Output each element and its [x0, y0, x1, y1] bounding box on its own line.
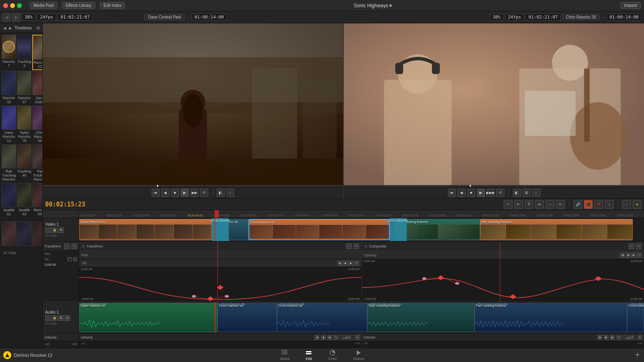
left-next-frame-button[interactable]: ▶▶: [190, 189, 199, 197]
transform-close-button[interactable]: ×: [71, 243, 77, 249]
right-prev-frame-button[interactable]: ◀: [458, 189, 466, 197]
right-loop-button[interactable]: ↺: [496, 189, 504, 197]
vol-prev-kf-left[interactable]: ◀: [314, 335, 319, 340]
v1-lock-button[interactable]: 🔒: [52, 227, 57, 233]
left-viewer-scrubber[interactable]: [43, 185, 343, 187]
right-mark-in-button[interactable]: ◧: [513, 189, 521, 197]
nav-item-color[interactable]: Color: [325, 349, 340, 362]
list-item[interactable]: Rancho 37: [17, 71, 31, 105]
kf-close-button-right[interactable]: ×: [636, 243, 642, 249]
tilt-curve-button[interactable]: 〜: [354, 261, 359, 266]
tilt-kf-next-button[interactable]: ▶: [349, 261, 353, 266]
list-item[interactable]: Rancho 7: [2, 35, 16, 70]
media-pool-button[interactable]: Media Pool: [30, 2, 57, 9]
opacity-curve-button[interactable]: 〜: [637, 253, 642, 258]
left-prev-frame-button[interactable]: ◀: [161, 189, 169, 197]
left-play-button[interactable]: ▶: [181, 189, 189, 197]
list-item[interactable]: Seattle 63: [17, 183, 31, 221]
timeline-nav-back[interactable]: ◀: [3, 26, 6, 30]
media-pool-grid-icon[interactable]: ⊞: [36, 25, 40, 31]
list-item[interactable]: Rab Tracking Rancho: [2, 144, 16, 182]
snap-button[interactable]: ⬛: [584, 200, 593, 209]
zoom-out-left-button[interactable]: ◁: [2, 13, 10, 21]
dropdown-arrow-icon[interactable]: ▾: [389, 3, 392, 8]
clip-dave-rancho-34[interactable]: Dave Rancho 34: [79, 219, 212, 240]
transition-cross-dissolve-2[interactable]: Cross Dissolve: [390, 218, 407, 241]
a1-lock-button[interactable]: 🔒: [52, 315, 57, 321]
maximize-button[interactable]: [17, 3, 22, 8]
right-viewer-label[interactable]: Chris Rancho 26: [562, 14, 599, 20]
left-skip-start-button[interactable]: ⏮: [152, 189, 160, 197]
slip-tool-button[interactable]: ⇔: [535, 200, 544, 209]
effects-library-button[interactable]: Effects Library: [62, 2, 95, 9]
vol-next-kf-left[interactable]: ▶: [327, 335, 332, 340]
tilt-add-kf-button[interactable]: ◆: [343, 261, 348, 266]
left-loop-button[interactable]: ↺: [200, 189, 208, 197]
tilt-kf-prev-button[interactable]: ◀: [337, 261, 342, 266]
close-button[interactable]: [3, 3, 8, 8]
trim-tool-button[interactable]: ⊢: [514, 200, 523, 209]
select-tool-button[interactable]: ↖: [504, 200, 512, 209]
a1-solo-button[interactable]: S: [65, 315, 70, 321]
right-skip-start-button[interactable]: ⏮: [448, 189, 456, 197]
nav-item-media[interactable]: Media: [276, 349, 293, 362]
list-item[interactable]: [32, 222, 43, 248]
list-item[interactable]: Dave Guitar: [32, 71, 43, 105]
right-viewer-scrubber[interactable]: [344, 185, 644, 187]
v1-eye-button[interactable]: 👁: [58, 227, 64, 233]
left-mark-in-button[interactable]: ◧: [217, 189, 225, 197]
transform-collapse-button[interactable]: −: [64, 243, 70, 249]
list-item[interactable]: Tracking 46: [17, 144, 31, 182]
v1-track-content[interactable]: Dave Rancho 34: [79, 218, 644, 241]
vol-curve-left[interactable]: 〜: [334, 335, 339, 340]
minimize-button[interactable]: [10, 3, 15, 8]
a1-mute-button[interactable]: M: [58, 315, 64, 321]
list-item[interactable]: Tracking 3: [17, 35, 31, 70]
latch-button-left[interactable]: Latch: [340, 335, 353, 340]
inspect-button[interactable]: Inspect: [621, 2, 641, 9]
list-item[interactable]: Rancho 32: [2, 71, 16, 105]
vol-add-kf-left[interactable]: ◆: [321, 335, 326, 340]
clip-pat-tracking-rancho[interactable]: Pat Tracking Rancho: [480, 219, 633, 240]
left-timecode-display[interactable]: 01:02:21:07: [58, 14, 93, 21]
nav-settings[interactable]: [634, 352, 641, 359]
more-options-button[interactable]: ···: [622, 200, 631, 209]
left-mark-out-button[interactable]: ↕: [226, 189, 234, 197]
flag-button[interactable]: ⚑: [594, 200, 603, 209]
vol-add-kf-right[interactable]: ◆: [604, 335, 608, 340]
right-aspect-button[interactable]: ⊞: [523, 189, 531, 197]
left-viewer-options-icon[interactable]: ···: [186, 15, 190, 20]
latch-button-right[interactable]: Latch: [623, 335, 636, 340]
list-item[interactable]: Taylor Rancho 78: [17, 106, 31, 144]
list-item[interactable]: Rancho 12: [32, 35, 43, 70]
left-scrubber-handle[interactable]: [157, 185, 158, 187]
left-stop-button[interactable]: ■: [171, 189, 179, 197]
clip-chris-rancho-89[interactable]: Chris Rancho 89: [249, 219, 390, 240]
nav-item-deliver[interactable]: Deliver: [350, 349, 368, 362]
list-item[interactable]: Pat Tracking Rancho: [32, 144, 43, 182]
razor-tool-button[interactable]: ✂: [556, 200, 565, 209]
vol-chevron-right[interactable]: ▾: [638, 335, 642, 340]
right-timecode-display[interactable]: 01:02:21:07: [526, 14, 561, 21]
zoom-in-left-button[interactable]: ▷: [12, 13, 20, 21]
list-item[interactable]: [17, 222, 31, 248]
list-item[interactable]: Dave Rancho 12: [2, 106, 16, 144]
audio-button[interactable]: ♪: [605, 200, 614, 209]
edit-index-button[interactable]: Edit Index: [100, 2, 125, 9]
list-item[interactable]: Seattle 61: [2, 183, 16, 221]
v1-active-button[interactable]: [45, 227, 51, 233]
marker-button[interactable]: ●: [633, 200, 642, 209]
kf-minus-button-right[interactable]: −: [629, 243, 634, 249]
opacity-kf-prev-button[interactable]: ◀: [620, 253, 625, 258]
timeline-content[interactable]: 00:00:00:00 00:00:01:00 00:00:02:00 00:0…: [79, 210, 644, 348]
list-item[interactable]: Chris Rancho 56: [32, 106, 43, 144]
list-item[interactable]: Rancho 59: [32, 183, 43, 221]
right-mark-out-button[interactable]: ↕: [532, 189, 540, 197]
list-item[interactable]: [2, 222, 16, 248]
kf-close-button-left[interactable]: ×: [353, 243, 359, 249]
right-scrubber-handle[interactable]: [470, 185, 471, 187]
a1-track-content[interactable]: Dave Rancho 34 Chris Rancho 56: [79, 302, 644, 333]
opacity-add-kf-button[interactable]: ◆: [625, 253, 630, 258]
vol-curve-right[interactable]: 〜: [617, 335, 621, 340]
vol-chevron-left[interactable]: ▾: [355, 335, 360, 340]
